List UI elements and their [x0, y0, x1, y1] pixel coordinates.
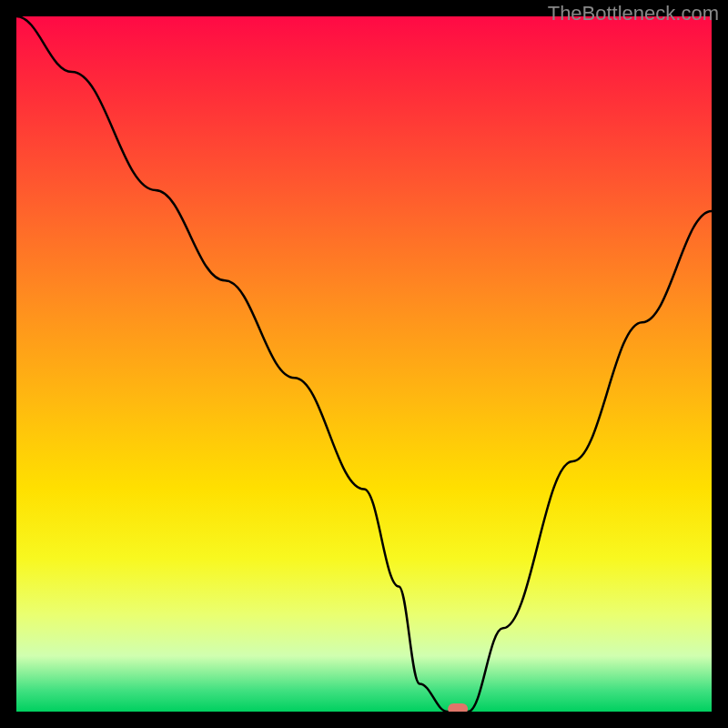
- chart-svg: [16, 16, 712, 712]
- bottleneck-chart: [16, 16, 712, 712]
- optimum-marker: [448, 703, 468, 712]
- watermark-text: TheBottleneck.com: [548, 2, 719, 25]
- gradient-background: [16, 16, 712, 712]
